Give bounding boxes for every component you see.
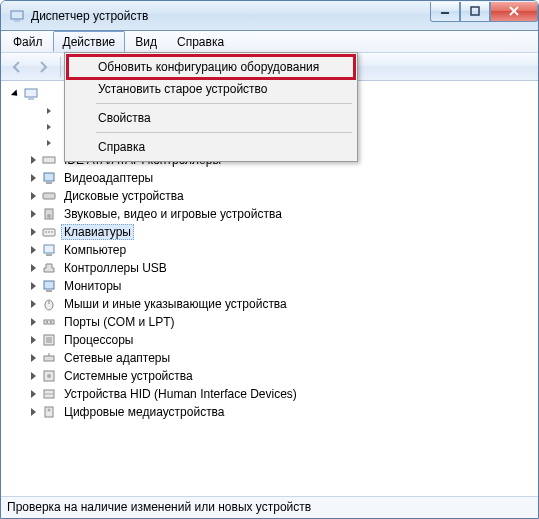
- device-category-icon: [41, 278, 57, 294]
- tree-category[interactable]: Видеоадаптеры: [5, 169, 538, 187]
- device-category-icon: [41, 260, 57, 276]
- forward-button[interactable]: [31, 55, 55, 79]
- expand-icon[interactable]: [43, 137, 55, 149]
- menu-help[interactable]: Справка: [167, 31, 234, 52]
- svg-rect-21: [48, 301, 50, 304]
- svg-rect-4: [25, 89, 37, 97]
- tree-category-label: Порты (COM и LPT): [61, 314, 178, 330]
- svg-rect-2: [441, 12, 449, 14]
- expand-icon[interactable]: [27, 388, 39, 400]
- svg-point-32: [48, 409, 51, 412]
- expand-icon[interactable]: [27, 262, 39, 274]
- expand-icon[interactable]: [43, 105, 55, 117]
- tree-category-label: Мониторы: [61, 278, 124, 294]
- menu-separator: [96, 132, 352, 133]
- tree-category[interactable]: Устройства HID (Human Interface Devices): [5, 385, 538, 403]
- tree-category-label: Устройства HID (Human Interface Devices): [61, 386, 300, 402]
- expand-icon[interactable]: [27, 208, 39, 220]
- tree-category[interactable]: Системные устройства: [5, 367, 538, 385]
- expand-icon[interactable]: [27, 190, 39, 202]
- svg-rect-6: [43, 157, 55, 163]
- menu-view[interactable]: Вид: [125, 31, 167, 52]
- expand-icon[interactable]: [27, 406, 39, 418]
- expand-icon[interactable]: [27, 316, 39, 328]
- svg-point-29: [47, 374, 51, 378]
- svg-rect-3: [471, 7, 479, 15]
- tree-category-label: Дисковые устройства: [61, 188, 187, 204]
- device-category-icon: [41, 152, 57, 168]
- computer-icon: [23, 86, 39, 102]
- tree-category[interactable]: Контроллеры USB: [5, 259, 538, 277]
- svg-point-11: [47, 214, 51, 218]
- svg-rect-19: [46, 290, 52, 292]
- svg-rect-13: [45, 231, 47, 233]
- tree-categories: IDE ATA/ATAPI контроллерыВидеоадаптерыДи…: [5, 151, 538, 421]
- expand-icon[interactable]: [27, 172, 39, 184]
- expand-icon[interactable]: [27, 370, 39, 382]
- tree-category-label: Контроллеры USB: [61, 260, 170, 276]
- menu-separator: [96, 103, 352, 104]
- device-category-icon: [41, 170, 57, 186]
- tree-category-label: Системные устройства: [61, 368, 196, 384]
- menu-action[interactable]: Действие: [53, 31, 126, 52]
- tree-category-label: Сетевые адаптеры: [61, 350, 173, 366]
- menu-item-add-legacy[interactable]: Установить старое устройство: [68, 78, 354, 100]
- expand-icon[interactable]: [27, 334, 39, 346]
- svg-rect-9: [43, 193, 55, 199]
- minimize-button[interactable]: [430, 2, 460, 22]
- menubar: Файл Действие Вид Справка: [1, 31, 538, 53]
- device-category-icon: [41, 206, 57, 222]
- maximize-button[interactable]: [460, 2, 490, 22]
- status-bar: Проверка на наличие изменений или новых …: [1, 496, 538, 518]
- expand-icon[interactable]: [27, 280, 39, 292]
- expand-icon[interactable]: [27, 298, 39, 310]
- menu-item-help[interactable]: Справка: [68, 136, 354, 158]
- menu-item-properties[interactable]: Свойства: [68, 107, 354, 129]
- device-category-icon: [41, 368, 57, 384]
- titlebar: Диспетчер устройств: [1, 1, 538, 31]
- tree-category[interactable]: Клавиатуры: [5, 223, 538, 241]
- svg-rect-16: [44, 245, 54, 253]
- svg-rect-27: [44, 356, 54, 361]
- svg-rect-26: [46, 337, 52, 343]
- tree-category-label: Видеоадаптеры: [61, 170, 156, 186]
- svg-rect-14: [48, 231, 50, 233]
- tree-category[interactable]: Цифровые медиаустройства: [5, 403, 538, 421]
- expand-icon[interactable]: [9, 88, 21, 100]
- device-category-icon: [41, 404, 57, 420]
- menu-item-refresh-hardware[interactable]: Обновить конфигурацию оборудования: [68, 56, 354, 78]
- close-button[interactable]: [490, 2, 538, 22]
- svg-rect-5: [28, 98, 34, 100]
- back-button[interactable]: [5, 55, 29, 79]
- device-category-icon: [41, 224, 57, 240]
- tree-category[interactable]: Звуковые, видео и игровые устройства: [5, 205, 538, 223]
- status-text: Проверка на наличие изменений или новых …: [7, 500, 311, 514]
- svg-rect-17: [46, 254, 52, 256]
- tree-category[interactable]: Процессоры: [5, 331, 538, 349]
- tree-category[interactable]: Мониторы: [5, 277, 538, 295]
- tree-category[interactable]: Порты (COM и LPT): [5, 313, 538, 331]
- device-category-icon: [41, 314, 57, 330]
- tree-category-label: Компьютер: [61, 242, 129, 258]
- tree-category[interactable]: Дисковые устройства: [5, 187, 538, 205]
- device-category-icon: [41, 332, 57, 348]
- window-title: Диспетчер устройств: [31, 9, 430, 23]
- window-controls: [430, 2, 538, 24]
- expand-icon[interactable]: [27, 226, 39, 238]
- tree-category[interactable]: Мыши и иные указывающие устройства: [5, 295, 538, 313]
- menu-file[interactable]: Файл: [3, 31, 53, 52]
- expand-icon[interactable]: [43, 121, 55, 133]
- svg-rect-15: [51, 231, 53, 233]
- device-category-icon: [41, 242, 57, 258]
- svg-rect-0: [11, 11, 23, 19]
- expand-icon[interactable]: [27, 352, 39, 364]
- tree-category[interactable]: Компьютер: [5, 241, 538, 259]
- tree-category-label: Звуковые, видео и игровые устройства: [61, 206, 285, 222]
- svg-point-24: [50, 321, 52, 323]
- expand-icon[interactable]: [27, 154, 39, 166]
- tree-category-label: Мыши и иные указывающие устройства: [61, 296, 290, 312]
- expand-icon[interactable]: [27, 244, 39, 256]
- tree-category[interactable]: Сетевые адаптеры: [5, 349, 538, 367]
- device-category-icon: [41, 350, 57, 366]
- svg-rect-1: [14, 20, 20, 22]
